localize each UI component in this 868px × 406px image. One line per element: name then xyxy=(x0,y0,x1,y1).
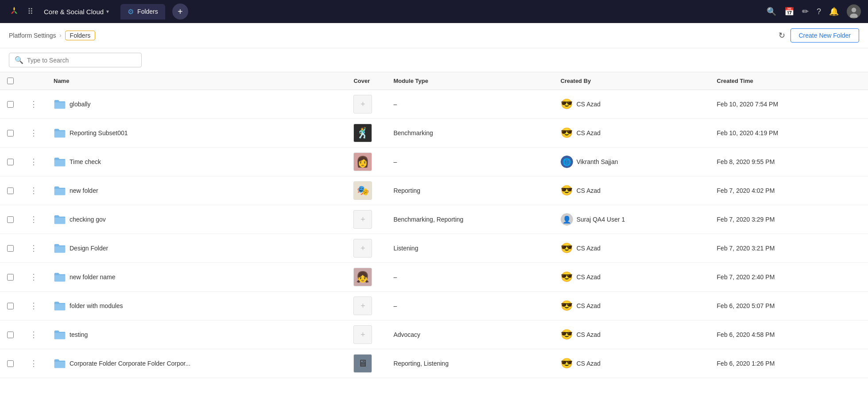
created-by-name: CS Azad xyxy=(577,245,601,252)
row-checkbox-4[interactable] xyxy=(7,216,14,223)
help-nav-icon[interactable]: ? xyxy=(817,7,821,16)
row-cover-cell: 👧 xyxy=(346,263,386,292)
avatar-wrap: 😎 CS Azad xyxy=(561,98,601,110)
row-module-type: – xyxy=(386,148,553,176)
row-dots-button[interactable]: ⋮ xyxy=(28,358,39,369)
row-created-by: 👤 Suraj QA4 User 1 xyxy=(554,205,710,234)
row-checkbox-9[interactable] xyxy=(7,360,14,367)
created-by-name: CS Azad xyxy=(577,302,601,309)
row-created-time: Feb 10, 2020 4:19 PM xyxy=(710,119,868,148)
row-module-type: Listening xyxy=(386,234,553,263)
row-created-time: Feb 6, 2020 1:26 PM xyxy=(710,349,868,378)
folders-table: Name Cover Module Type Created By Create… xyxy=(0,72,868,378)
user-avatar[interactable] xyxy=(847,4,861,19)
refresh-icon[interactable]: ↻ xyxy=(779,31,785,40)
row-checkbox-3[interactable] xyxy=(7,187,14,194)
row-created-time: Feb 7, 2020 2:40 PM xyxy=(710,263,868,292)
folder-icon xyxy=(54,357,66,370)
row-checkbox-1[interactable] xyxy=(7,130,14,137)
cover-thumb-empty[interactable]: + xyxy=(353,297,372,315)
calendar-nav-icon[interactable]: 📅 xyxy=(784,7,794,16)
row-name-cell: testing xyxy=(46,320,346,349)
row-dots-cell: ⋮ xyxy=(21,119,46,148)
cover-thumb-empty[interactable]: + xyxy=(353,239,372,258)
row-dots-cell: ⋮ xyxy=(21,349,46,378)
svg-point-2 xyxy=(852,8,856,12)
app-name[interactable]: Core & Social Cloud ▾ xyxy=(39,5,113,18)
row-dots-button[interactable]: ⋮ xyxy=(28,214,39,225)
name-cell: folder with modules xyxy=(54,300,339,312)
row-cover-cell: + xyxy=(346,292,386,320)
row-dots-button[interactable]: ⋮ xyxy=(28,99,39,109)
row-name: globally xyxy=(70,101,90,108)
app-logo[interactable] xyxy=(7,4,21,19)
row-dots-button[interactable]: ⋮ xyxy=(28,156,39,167)
row-name: Design Folder xyxy=(70,245,108,252)
cover-thumb[interactable]: 🕺 xyxy=(353,124,372,142)
row-cover-cell: 🕺 xyxy=(346,119,386,148)
folder-icon xyxy=(54,213,66,226)
row-cover-cell: + xyxy=(346,320,386,349)
row-dots-button[interactable]: ⋮ xyxy=(28,185,39,196)
folder-icon xyxy=(54,271,66,283)
folder-icon xyxy=(54,300,66,312)
folders-table-container: Name Cover Module Type Created By Create… xyxy=(0,72,868,378)
folder-icon xyxy=(54,127,66,139)
name-cell: Corporate Folder Corporate Folder Corpor… xyxy=(54,357,339,370)
cover-thumb-empty[interactable]: + xyxy=(353,325,372,344)
row-cover-cell: 🖥 xyxy=(346,349,386,378)
row-dots-button[interactable]: ⋮ xyxy=(28,243,39,254)
row-dots-button[interactable]: ⋮ xyxy=(28,272,39,282)
name-cell: globally xyxy=(54,98,339,110)
row-checkbox-0[interactable] xyxy=(7,101,14,108)
search-input-wrap: 🔍 xyxy=(9,53,142,67)
breadcrumb-parent[interactable]: Platform Settings xyxy=(9,32,56,39)
gear-icon: ⚙ xyxy=(128,8,134,16)
row-checkbox-2[interactable] xyxy=(7,159,14,165)
header-cover: Cover xyxy=(346,72,386,90)
avatar-wrap: 😎 CS Azad xyxy=(561,300,601,312)
search-bar: 🔍 xyxy=(0,48,868,72)
select-all-checkbox[interactable] xyxy=(7,78,14,84)
row-module-type: – xyxy=(386,263,553,292)
search-nav-icon[interactable]: 🔍 xyxy=(767,7,776,16)
row-checkbox-8[interactable] xyxy=(7,332,14,338)
cover-thumb[interactable]: 🎭 xyxy=(353,181,372,200)
cover-thumb[interactable]: 👧 xyxy=(353,268,372,286)
row-dots-cell: ⋮ xyxy=(21,205,46,234)
row-created-time: Feb 7, 2020 3:21 PM xyxy=(710,234,868,263)
row-dots-button[interactable]: ⋮ xyxy=(28,301,39,311)
avatar-wrap: 😎 CS Azad xyxy=(561,242,601,254)
folder-icon xyxy=(54,184,66,197)
search-input[interactable] xyxy=(27,57,136,64)
row-cover-cell: + xyxy=(346,234,386,263)
cover-thumb-empty[interactable]: + xyxy=(353,95,372,113)
row-dots-button[interactable]: ⋮ xyxy=(28,128,39,138)
add-tab-button[interactable]: + xyxy=(172,4,188,20)
row-name-cell: checking gov xyxy=(46,205,346,234)
row-name-cell: new folder xyxy=(46,176,346,205)
row-checkbox-5[interactable] xyxy=(7,245,14,252)
cover-thumb-empty[interactable]: + xyxy=(353,210,372,229)
folders-tab[interactable]: ⚙ Folders xyxy=(120,4,165,20)
folders-tab-label: Folders xyxy=(137,8,158,15)
row-dots-button[interactable]: ⋮ xyxy=(28,329,39,340)
row-module-type: Reporting, Listening xyxy=(386,349,553,378)
row-checkbox-6[interactable] xyxy=(7,274,14,281)
bell-nav-icon[interactable]: 🔔 xyxy=(829,7,839,16)
row-created-by: 😎 CS Azad xyxy=(554,263,710,292)
avatar-wrap: 🌐 Vikranth Sajjan xyxy=(561,156,618,168)
cover-thumb[interactable]: 👩 xyxy=(353,152,372,171)
cover-thumb[interactable]: 🖥 xyxy=(353,354,372,373)
grid-icon[interactable]: ⠿ xyxy=(27,7,33,16)
row-created-by: 😎 CS Azad xyxy=(554,349,710,378)
breadcrumb-bar: Platform Settings › Folders ↻ Create New… xyxy=(0,23,868,48)
create-folder-button[interactable]: Create New Folder xyxy=(790,28,860,43)
row-module-type: Benchmarking xyxy=(386,119,553,148)
created-by-name: CS Azad xyxy=(577,331,601,338)
folder-icon xyxy=(54,242,66,254)
row-name-cell: new folder name xyxy=(46,263,346,292)
row-created-time: Feb 6, 2020 4:58 PM xyxy=(710,320,868,349)
row-checkbox-7[interactable] xyxy=(7,303,14,309)
edit-nav-icon[interactable]: ✏ xyxy=(802,7,809,16)
